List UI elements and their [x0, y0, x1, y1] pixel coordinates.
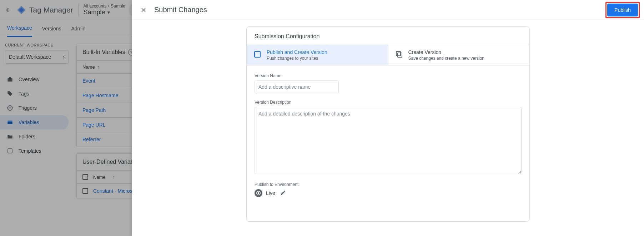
sidebar-item-tags[interactable]: Tags: [0, 87, 69, 101]
divider: [78, 4, 79, 16]
checkbox[interactable]: [82, 174, 88, 180]
version-name-label: Version Name: [255, 73, 522, 78]
svg-rect-8: [255, 51, 260, 57]
svg-rect-2: [9, 77, 11, 78]
dropdown-caret-icon: ▼: [107, 10, 111, 15]
svg-point-3: [7, 105, 12, 110]
variable-link[interactable]: Referrer: [82, 137, 101, 142]
svg-point-12: [258, 192, 259, 194]
option-publish-create[interactable]: Publish and Create Version Push changes …: [247, 45, 388, 65]
environment-icon: [255, 189, 262, 197]
upload-icon: [253, 50, 262, 59]
breadcrumb[interactable]: All accounts › Sample Sample ▼: [84, 4, 125, 16]
modal-header: Submit Changes Publish: [132, 0, 644, 20]
target-icon: [6, 104, 14, 112]
sidebar-item-label: Templates: [19, 148, 41, 154]
svg-rect-9: [398, 53, 402, 57]
sidebar-item-label: Tags: [19, 91, 29, 97]
sidebar-item-triggers[interactable]: Triggers: [0, 101, 69, 115]
sidebar-item-overview[interactable]: Overview: [0, 72, 69, 87]
chevron-right-icon: ›: [63, 54, 65, 60]
col-name: Name: [93, 174, 106, 180]
publish-env-label: Publish to Environment: [255, 182, 522, 187]
svg-rect-7: [8, 149, 12, 153]
variable-link[interactable]: Page Path: [82, 107, 106, 113]
tag-icon: [6, 90, 14, 97]
publish-button[interactable]: Publish: [607, 4, 638, 16]
form-area: Version Name Version Description Publish…: [247, 65, 529, 204]
option-title: Create Version: [408, 49, 484, 55]
config-title: Submission Configuration: [247, 27, 529, 45]
back-arrow-icon[interactable]: [4, 6, 13, 14]
svg-rect-6: [7, 121, 12, 122]
environment-row: Live: [255, 189, 522, 197]
edit-environment-icon[interactable]: [280, 190, 287, 196]
variables-icon: [6, 119, 14, 126]
submit-changes-panel: Submit Changes Publish Submission Config…: [132, 0, 644, 236]
svg-rect-10: [396, 51, 401, 56]
sidebar-item-label: Folders: [19, 134, 35, 139]
chevron-right-icon: ›: [108, 4, 109, 9]
option-row: Publish and Create Version Push changes …: [247, 45, 529, 65]
product-name: Tag Manager: [29, 6, 73, 14]
sidebar-item-label: Overview: [19, 77, 39, 82]
crumb-account: Sample: [111, 4, 125, 9]
submission-config-card: Submission Configuration Publish and Cre…: [246, 26, 530, 222]
briefcase-icon: [6, 76, 14, 83]
sidebar-item-label: Triggers: [19, 105, 37, 111]
sidebar-item-folders[interactable]: Folders: [0, 129, 69, 144]
close-icon[interactable]: [139, 6, 148, 14]
variable-link[interactable]: Event: [82, 78, 95, 84]
workspace-selector[interactable]: Default Workspace ›: [5, 50, 69, 64]
modal-title: Submit Changes: [154, 6, 207, 14]
copy-icon: [395, 50, 403, 59]
svg-point-4: [9, 107, 11, 109]
template-icon: [6, 147, 14, 154]
left-sidebar: CURRENT WORKSPACE Default Workspace › Ov…: [0, 37, 71, 205]
variable-link[interactable]: Constant - Microsoft: [93, 188, 138, 194]
tab-versions[interactable]: Versions: [42, 21, 61, 36]
builtins-title: Built-In Variables: [82, 49, 125, 55]
option-title: Publish and Create Version: [267, 49, 327, 55]
sort-asc-icon: ↑: [97, 64, 100, 70]
sort-asc-icon: ↑: [113, 174, 115, 180]
svg-rect-5: [7, 122, 12, 124]
folder-icon: [6, 133, 14, 140]
version-desc-label: Version Description: [255, 100, 522, 105]
modal-body: Submission Configuration Publish and Cre…: [132, 20, 644, 236]
option-subtitle: Push changes to your sites: [267, 56, 327, 61]
version-desc-textarea[interactable]: [255, 107, 522, 174]
crumb-all: All accounts: [84, 4, 107, 9]
tab-admin[interactable]: Admin: [71, 21, 85, 36]
option-create-version[interactable]: Create Version Save changes and create a…: [388, 45, 530, 65]
version-name-input[interactable]: [255, 80, 339, 93]
workspace-name: Default Workspace: [9, 54, 51, 60]
container-name: Sample: [84, 9, 105, 16]
sidebar-item-variables[interactable]: Variables: [0, 115, 69, 129]
checkbox[interactable]: [82, 188, 88, 194]
variable-link[interactable]: Page URL: [82, 122, 106, 128]
tab-workspace[interactable]: Workspace: [7, 20, 32, 37]
col-name: Name: [82, 64, 95, 70]
variable-link[interactable]: Page Hostname: [82, 93, 118, 98]
gtm-logo-icon: [16, 5, 26, 15]
environment-name: Live: [266, 190, 275, 196]
option-subtitle: Save changes and create a new version: [408, 56, 484, 61]
publish-highlight-box: Publish: [605, 2, 640, 18]
sidebar-item-templates[interactable]: Templates: [0, 144, 69, 158]
sidebar-item-label: Variables: [19, 119, 39, 125]
current-workspace-label: CURRENT WORKSPACE: [5, 43, 69, 47]
svg-rect-1: [7, 78, 12, 82]
